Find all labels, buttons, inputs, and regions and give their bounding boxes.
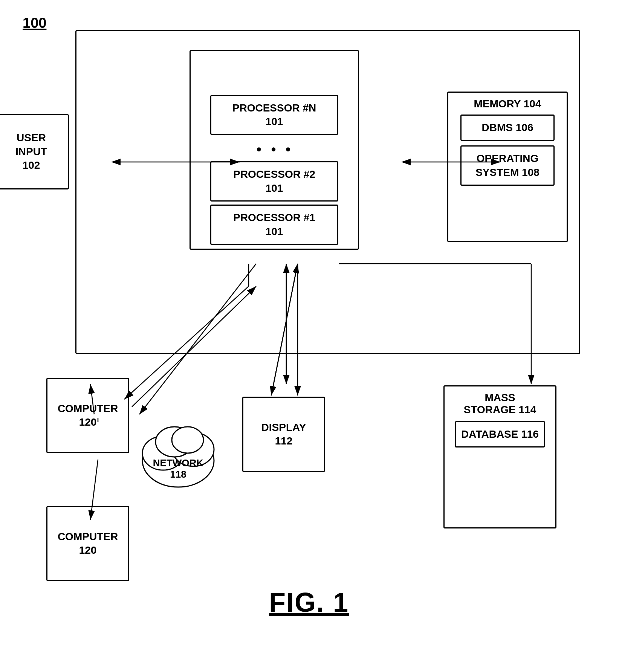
memory-box: MEMORY 104 DBMS 106 OPERATINGSYSTEM 108: [447, 92, 568, 242]
computer-top-label: COMPUTER120: [58, 402, 118, 429]
display-box: DISPLAY112: [242, 397, 325, 472]
processor-n-box: PROCESSOR #N101: [210, 95, 338, 135]
dbms-label: DBMS 106: [465, 121, 550, 134]
svg-text:NETWORK: NETWORK: [153, 457, 204, 469]
diagram-title: 100: [23, 15, 46, 31]
processor-n-label: PROCESSOR #N101: [215, 101, 333, 129]
processor-2-label: PROCESSOR #2101: [215, 168, 333, 195]
memory-label: MEMORY 104: [454, 98, 561, 110]
computer-bottom-label: COMPUTER120: [58, 530, 118, 557]
display-label: DISPLAY112: [261, 421, 306, 448]
svg-text:118: 118: [170, 469, 186, 480]
mass-storage-box: MASSSTORAGE 114 DATABASE 116: [443, 385, 556, 528]
processor-1-label: PROCESSOR #1101: [215, 211, 333, 238]
computer-bottom-box: COMPUTER120: [46, 506, 129, 581]
processor-1-box: PROCESSOR #1101: [210, 205, 338, 245]
dbms-box: DBMS 106: [460, 115, 555, 141]
figure-label: FIG. 1: [269, 587, 349, 618]
computer-top-box: COMPUTER120: [46, 378, 129, 453]
diagram-container: 100 PROCESSOR #N101 ••• PROCESSOR #2101 …: [23, 15, 595, 625]
os-box: OPERATINGSYSTEM 108: [460, 145, 555, 186]
database-label: DATABASE 116: [460, 428, 540, 441]
processor-stack-box: PROCESSOR #N101 ••• PROCESSOR #2101 PROC…: [190, 50, 359, 250]
network-cloud: NETWORK 118: [133, 412, 223, 495]
processor-2-box: PROCESSOR #2101: [210, 161, 338, 202]
os-label: OPERATINGSYSTEM 108: [465, 152, 550, 179]
svg-point-4: [172, 427, 203, 453]
outer-box: PROCESSOR #N101 ••• PROCESSOR #2101 PROC…: [75, 30, 580, 354]
user-input-label: USERINPUT102: [15, 131, 47, 172]
user-input-box: USERINPUT102: [0, 114, 69, 189]
mass-storage-label: MASSSTORAGE 114: [450, 392, 550, 416]
database-box: DATABASE 116: [455, 421, 545, 447]
dots-row: •••: [257, 142, 292, 157]
